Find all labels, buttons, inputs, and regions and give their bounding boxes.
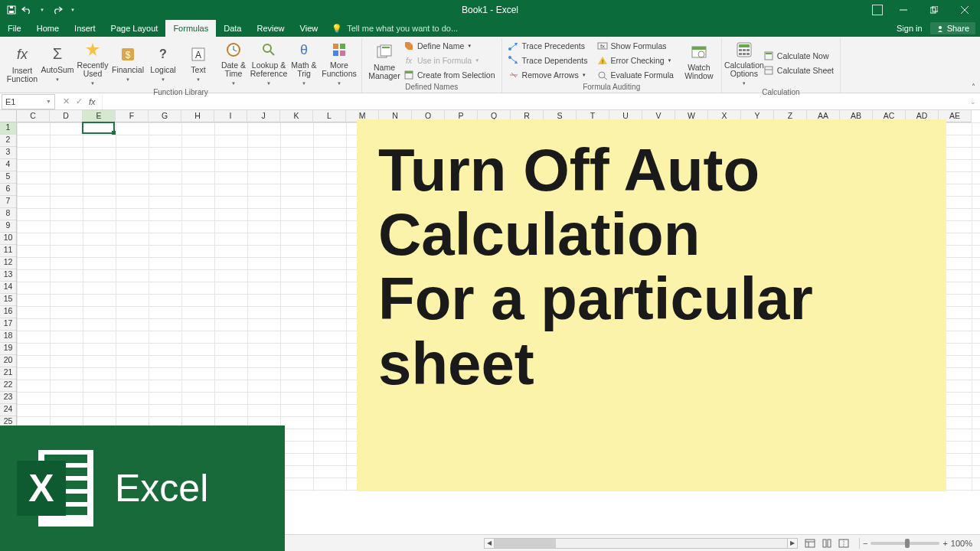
date-time-button[interactable]: Date & Time▼	[216, 38, 251, 88]
group-label-function-library: Function Library	[5, 88, 357, 98]
row-header[interactable]: 3	[0, 147, 17, 159]
sign-in-link[interactable]: Sign in	[889, 24, 930, 33]
row-header[interactable]: 18	[0, 331, 17, 343]
column-header[interactable]: G	[149, 110, 181, 122]
row-header[interactable]: 14	[0, 282, 17, 294]
restore-button[interactable]	[919, 0, 949, 20]
normal-view-icon[interactable]	[802, 537, 818, 549]
logical-button[interactable]: ?Logical▼	[145, 43, 181, 84]
trace-dependents-button[interactable]: Trace Dependents	[507, 54, 590, 67]
financial-button[interactable]: $Financial▼	[110, 43, 145, 84]
zoom-slider[interactable]	[871, 542, 939, 545]
remove-arrows-button[interactable]: Remove Arrows ▼	[507, 68, 590, 82]
evaluate-formula-button[interactable]: Evaluate Formula	[596, 68, 675, 82]
selected-cell[interactable]	[82, 122, 115, 134]
close-button[interactable]	[949, 0, 980, 20]
calculation-options-button[interactable]: Calculation Options▼	[727, 38, 762, 88]
ribbon-display-icon[interactable]	[867, 0, 888, 20]
select-all-corner[interactable]	[0, 110, 17, 122]
excel-logo-icon: X	[17, 450, 93, 527]
column-header[interactable]: C	[17, 110, 50, 122]
tab-formulas[interactable]: Formulas	[165, 20, 216, 37]
horizontal-scrollbar[interactable]: ◀ ▶	[484, 538, 798, 549]
column-header[interactable]: F	[116, 110, 149, 122]
tab-page-layout[interactable]: Page Layout	[103, 20, 166, 37]
row-header[interactable]: 4	[0, 159, 17, 171]
scroll-left-icon[interactable]: ◀	[484, 538, 495, 549]
svg-rect-48	[739, 44, 750, 47]
row-header[interactable]: 19	[0, 343, 17, 355]
row-header[interactable]: 15	[0, 294, 17, 306]
column-header[interactable]: E	[83, 110, 116, 122]
column-header[interactable]: K	[280, 110, 313, 122]
row-header[interactable]: 20	[0, 355, 17, 367]
zoom-out-icon[interactable]: −	[863, 539, 867, 548]
column-header[interactable]: I	[214, 110, 247, 122]
more-functions-button[interactable]: More Functions▼	[322, 38, 357, 88]
error-checking-button[interactable]: !Error Checking ▼	[596, 54, 675, 67]
insert-function-button[interactable]: fxInsert Function	[5, 44, 40, 83]
tell-me[interactable]: 💡 Tell me what you want to do...	[332, 20, 458, 37]
row-header[interactable]: 8	[0, 208, 17, 220]
trace-precedents-button[interactable]: Trace Precedents	[507, 39, 590, 53]
tab-home[interactable]: Home	[29, 20, 67, 37]
qat-customize-icon[interactable]: ▼	[67, 5, 78, 15]
text-button[interactable]: AText▼	[181, 43, 216, 84]
scroll-thumb[interactable]	[495, 539, 556, 548]
row-header[interactable]: 12	[0, 257, 17, 269]
page-layout-view-icon[interactable]	[819, 537, 835, 549]
tab-view[interactable]: View	[292, 20, 326, 37]
undo-dropdown-icon[interactable]: ▼	[37, 5, 47, 15]
column-header[interactable]: J	[247, 110, 280, 122]
define-name-button[interactable]: Define Name ▼	[402, 39, 497, 53]
collapse-ribbon-icon[interactable]: ˄	[972, 83, 975, 91]
tab-data[interactable]: Data	[216, 20, 249, 37]
row-header[interactable]: 17	[0, 318, 17, 331]
scroll-right-icon[interactable]: ▶	[787, 538, 798, 549]
column-header[interactable]: L	[313, 110, 346, 122]
row-header[interactable]: 10	[0, 233, 17, 245]
tab-review[interactable]: Review	[249, 20, 292, 37]
title-bar: ▼ ▼ Book1 - Excel	[0, 0, 980, 20]
calculate-now-button[interactable]: Calculate Now	[762, 49, 835, 63]
row-header[interactable]: 6	[0, 184, 17, 196]
math-trig-button[interactable]: θMath & Trig▼	[286, 38, 322, 88]
redo-icon[interactable]	[52, 5, 63, 15]
minimize-button[interactable]	[888, 0, 919, 20]
share-button[interactable]: Share	[930, 22, 975, 34]
row-header[interactable]: 2	[0, 135, 17, 147]
name-box-dropdown-icon[interactable]: ▼	[46, 99, 51, 104]
lookup-button[interactable]: Lookup & Reference▼	[251, 38, 286, 88]
row-header[interactable]: 1	[0, 122, 17, 135]
row-header[interactable]: 16	[0, 306, 17, 318]
expand-formula-bar-icon[interactable]: ⌄	[966, 98, 980, 106]
row-header[interactable]: 9	[0, 220, 17, 233]
save-icon[interactable]	[6, 5, 17, 15]
column-header[interactable]: H	[181, 110, 214, 122]
use-in-formula-button[interactable]: fxUse in Formula ▼	[402, 54, 497, 67]
row-header[interactable]: 24	[0, 404, 17, 416]
row-header[interactable]: 13	[0, 269, 17, 282]
create-from-selection-button[interactable]: Create from Selection	[402, 68, 497, 82]
calculate-sheet-button[interactable]: Calculate Sheet	[762, 64, 835, 77]
watch-window-button[interactable]: Watch Window	[681, 41, 717, 80]
zoom-in-icon[interactable]: +	[942, 539, 947, 548]
zoom-level[interactable]: 100%	[951, 539, 972, 548]
column-header[interactable]: D	[50, 110, 83, 122]
show-formulas-button[interactable]: fxShow Formulas	[596, 39, 675, 53]
fx-bar-icon[interactable]: fx	[89, 97, 96, 106]
recently-used-button[interactable]: Recently Used▼	[75, 38, 110, 88]
row-header[interactable]: 7	[0, 196, 17, 208]
undo-icon[interactable]	[21, 5, 32, 15]
page-break-view-icon[interactable]	[836, 537, 851, 549]
row-header[interactable]: 21	[0, 367, 17, 380]
row-header[interactable]: 11	[0, 245, 17, 257]
tab-file[interactable]: File	[0, 20, 29, 37]
autosum-button[interactable]: ΣAutoSum▼	[40, 43, 75, 84]
scroll-track[interactable]	[495, 538, 787, 549]
tab-insert[interactable]: Insert	[67, 20, 103, 37]
row-header[interactable]: 5	[0, 171, 17, 184]
row-header[interactable]: 23	[0, 392, 17, 404]
row-header[interactable]: 22	[0, 380, 17, 392]
name-manager-button[interactable]: Name Manager	[367, 41, 402, 80]
